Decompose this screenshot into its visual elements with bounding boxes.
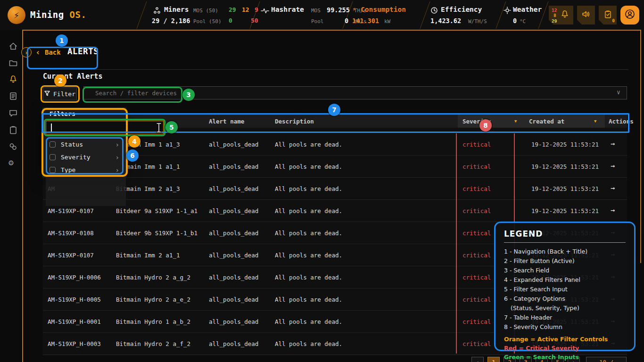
cell-severity: critical	[462, 274, 491, 281]
efficiency-value: 1,423.62	[430, 17, 461, 25]
sort-down-icon[interactable]: ▼	[514, 119, 517, 123]
cell-alert-name: all_pools_dead	[209, 318, 258, 325]
cell-miner-id: AM-S19XP-0107	[48, 252, 94, 259]
chevron-down-icon[interactable]: ∨	[617, 89, 620, 96]
sidebar-collapse-toggle[interactable]: ›	[21, 47, 32, 58]
annotation-badge-7: 7	[328, 104, 340, 116]
cell-description: All pools are dead.	[275, 252, 342, 259]
col-header-description: Description	[275, 118, 314, 125]
filter-search-input[interactable]	[46, 121, 164, 134]
efficiency-label: Efficiency	[441, 6, 482, 13]
frame-left-border	[22, 30, 23, 362]
cell-alert-name: all_pools_dead	[209, 141, 258, 148]
filters-panel-dropdown-area	[46, 177, 126, 206]
cell-miner-id: AM-S19XP_H-0006	[48, 274, 101, 281]
consumption-label: Consumption	[361, 6, 406, 13]
sidebar-item-tasks[interactable]	[8, 125, 18, 137]
sort-down-icon[interactable]: ▼	[594, 119, 596, 123]
hashrate-stat-group: Hashrate MOS 99.255 TH/s Pool 0 MH/s	[261, 4, 346, 26]
filter-option-severity[interactable]: Severity ›	[50, 151, 121, 164]
hashrate-pool-value: 0	[345, 17, 348, 25]
cell-miner-id: AM-S19XP_H-0005	[48, 296, 101, 303]
legend-item: 6 - Category Options	[504, 294, 626, 304]
notification-count-warning: 8	[553, 13, 556, 18]
annotation-badge-6: 6	[126, 149, 139, 162]
legend-note-red: Red = Critical Severity	[504, 344, 626, 353]
annotation-badge-2: 2	[54, 74, 66, 87]
tasks-button[interactable]: 0	[599, 6, 617, 25]
checkbox[interactable]	[50, 167, 56, 173]
cell-miner-name: Bitmain Imm 2 a1_1	[116, 252, 180, 259]
profile-button[interactable]	[620, 6, 639, 25]
annotation-badge-1: 1	[56, 34, 68, 47]
pagination-prev-button[interactable]: ‹	[471, 357, 484, 362]
pulse-icon	[261, 7, 269, 17]
sidebar-item-reports[interactable]	[8, 91, 18, 103]
cell-miner-id: AM-S19XP_H-0001	[48, 318, 101, 325]
sidebar-item-home[interactable]	[8, 41, 18, 53]
filter-button[interactable]: Filter	[43, 87, 77, 100]
chevron-right-icon: ›	[116, 166, 119, 174]
checkbox[interactable]	[50, 154, 56, 160]
sidebar-item-pools[interactable]	[8, 142, 18, 153]
row-action-arrow-icon[interactable]: →	[611, 184, 615, 192]
cell-miner-name: Bitmain Hydro 2 a_g_2	[116, 274, 190, 281]
top-header-bar: ⚡ Mining OS. Miners MOS (50) 29 12 9 29 …	[0, 0, 644, 30]
checkbox[interactable]	[50, 141, 56, 148]
row-action-arrow-icon[interactable]: →	[611, 162, 615, 170]
efficiency-unit: W/TH/S	[468, 18, 487, 25]
consumption-stat-group: ⚡ Consumption 141.301 kW	[352, 4, 423, 26]
consumption-value: 141.301	[352, 17, 379, 25]
row-action-arrow-icon[interactable]: →	[611, 206, 615, 214]
col-header-created-at[interactable]: Created at	[529, 118, 564, 125]
annotation-badge-8: 8	[479, 119, 492, 132]
sidebar-item-folder[interactable]	[8, 58, 18, 70]
miners-mos-err: 9	[255, 6, 258, 13]
section-title: Current Alerts	[43, 72, 102, 81]
miners-label: Miners	[164, 6, 189, 13]
annotation-badge-4: 4	[128, 135, 140, 148]
pagination-page-1[interactable]: 1	[487, 357, 500, 362]
row-action-arrow-icon[interactable]: →	[611, 140, 615, 148]
sun-icon	[504, 7, 511, 16]
consumption-unit: kW	[384, 18, 390, 25]
brand-logo-icon[interactable]: ⚡	[8, 6, 25, 24]
search-input[interactable]	[83, 86, 627, 99]
mouse-cursor-ibeam	[156, 123, 162, 135]
bell-icon	[560, 9, 570, 21]
cell-description: All pools are dead.	[275, 141, 342, 148]
legend-item: 7 - Table Header	[504, 313, 626, 322]
notification-count-info: 29	[552, 19, 557, 24]
legend-item: (Status, Severity, Type)	[504, 304, 626, 313]
sidebar-item-settings[interactable]: ⚙	[8, 158, 14, 167]
efficiency-stat-group: Efficiency 1,423.62 W/TH/S	[430, 4, 501, 26]
hashrate-mos-value: 99.255	[327, 6, 350, 14]
filter-option-type[interactable]: Type ›	[50, 164, 121, 176]
left-sidebar: ⚙	[0, 30, 23, 362]
cell-alert-name: all_pools_dead	[209, 274, 258, 281]
page-title: ALERTS	[67, 47, 99, 56]
back-chevron-icon[interactable]: ‹	[35, 47, 41, 57]
cell-alert-name: all_pools_dead	[209, 252, 258, 259]
cell-created-at: 19-12-2025 11:53:21	[531, 185, 599, 192]
cell-description: All pools are dead.	[275, 230, 342, 237]
table-row: AM-S19XP-0107 Bitdeer 9a S19XP 1-1_a1 al…	[43, 200, 627, 222]
sidebar-item-messages[interactable]	[8, 108, 18, 120]
legend-note-orange: Orange = Active Filter Controls	[504, 335, 626, 344]
notifications-button[interactable]: 12 8 29	[549, 6, 573, 25]
sidebar-item-alerts[interactable]	[8, 74, 18, 86]
cell-severity: critical	[462, 230, 491, 237]
chevron-right-icon: ›	[116, 154, 119, 161]
speaker-icon	[581, 9, 591, 21]
cell-miner-id: AM-S19XP-0108	[48, 230, 94, 237]
legend-item: 5 - Filter Search Input	[504, 285, 626, 294]
chevron-right-icon: ›	[116, 141, 119, 148]
legend-title: LEGEND	[504, 229, 626, 239]
filter-option-status[interactable]: Status ›	[50, 138, 121, 151]
miners-icon	[153, 7, 161, 17]
legend-divider	[504, 242, 626, 243]
back-button[interactable]: Back	[45, 49, 61, 56]
cell-description: All pools are dead.	[275, 296, 342, 303]
sound-button[interactable]	[577, 6, 595, 25]
cell-miner-id: AM-S19XP-0107	[48, 207, 94, 214]
